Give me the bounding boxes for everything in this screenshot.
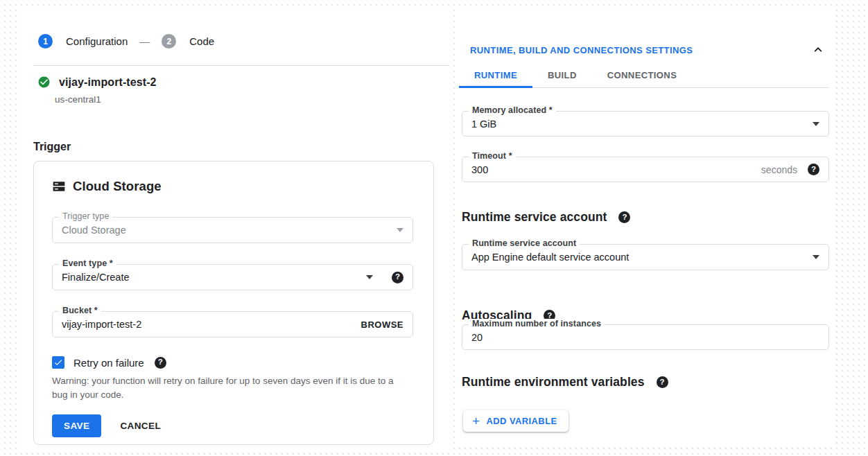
max-instances-field: Maximum number of instances <box>462 324 829 350</box>
runtime-service-account-value: App Engine default service account <box>471 252 813 263</box>
event-type-select[interactable]: Event type * Finalize/Create ? <box>52 264 413 290</box>
memory-allocated-label: Memory allocated * <box>469 105 556 115</box>
caret-down-icon <box>397 228 403 232</box>
check-circle-icon <box>37 76 51 89</box>
step-code[interactable]: 2 Code <box>162 34 214 49</box>
env-variables-heading-text: Runtime environment variables <box>462 375 645 389</box>
function-name: vijay-import-test-2 <box>59 76 157 89</box>
step-1-circle: 1 <box>38 34 53 49</box>
tab-runtime[interactable]: RUNTIME <box>459 64 532 88</box>
configuration-panel: 1 Configuration — 2 Code vijay-import-te… <box>19 7 449 453</box>
trigger-section-title: Trigger <box>33 141 71 153</box>
env-variables-heading: Runtime environment variables ? <box>462 375 668 389</box>
step-2-label: Code <box>189 35 214 47</box>
runtime-service-account-label: Runtime service account <box>469 238 580 248</box>
function-region: us-central1 <box>55 94 101 105</box>
trigger-type-value: Cloud Storage <box>62 225 397 236</box>
event-type-value: Finalize/Create <box>62 272 366 283</box>
timeout-label: Timeout * <box>469 151 516 161</box>
bucket-label: Bucket * <box>59 306 101 315</box>
step-1-label: Configuration <box>66 35 128 47</box>
bucket-field: Bucket * BROWSE <box>52 311 413 337</box>
timeout-suffix: seconds <box>761 164 797 175</box>
step-2-circle: 2 <box>162 34 176 49</box>
bucket-input[interactable] <box>62 319 361 330</box>
stepper: 1 Configuration — 2 Code <box>38 34 214 49</box>
help-icon[interactable]: ? <box>618 211 630 223</box>
help-icon[interactable]: ? <box>392 272 403 283</box>
retry-on-failure-row: Retry on failure ? <box>52 356 166 369</box>
cloud-storage-icon <box>52 179 66 193</box>
memory-allocated-value: 1 GiB <box>471 119 813 130</box>
retry-label[interactable]: Retry on failure <box>73 357 144 369</box>
caret-down-icon <box>366 275 373 279</box>
memory-allocated-select[interactable]: Memory allocated * 1 GiB <box>462 111 829 137</box>
retry-checkbox[interactable] <box>52 356 64 369</box>
settings-tabs: RUNTIME BUILD CONNECTIONS <box>459 64 829 88</box>
trigger-card-actions: SAVE CANCEL <box>52 414 161 437</box>
retry-warning-text: Warning: your function will retry on fai… <box>52 374 410 401</box>
browse-button[interactable]: BROWSE <box>361 319 404 330</box>
runtime-service-account-heading: Runtime service account ? <box>462 210 630 225</box>
cancel-button[interactable]: CANCEL <box>120 421 161 431</box>
chevron-up-icon[interactable] <box>811 43 825 59</box>
trigger-type-label: Trigger type <box>59 211 112 221</box>
header-divider <box>33 65 449 66</box>
trigger-type-select: Trigger type Cloud Storage <box>52 217 413 243</box>
runtime-service-account-heading-text: Runtime service account <box>462 210 607 225</box>
trigger-card-title: Cloud Storage <box>73 179 162 194</box>
save-button[interactable]: SAVE <box>52 414 101 437</box>
help-icon[interactable]: ? <box>155 357 166 369</box>
trigger-card-header: Cloud Storage <box>52 179 162 194</box>
trigger-card: Cloud Storage Trigger type Cloud Storage… <box>33 161 434 445</box>
caret-down-icon <box>813 122 819 126</box>
timeout-field: Timeout * seconds ? <box>462 157 829 182</box>
function-identity: vijay-import-test-2 <box>37 76 157 89</box>
tab-connections[interactable]: CONNECTIONS <box>592 64 692 88</box>
max-instances-input[interactable] <box>471 332 819 343</box>
add-variable-label: ADD VARIABLE <box>487 416 557 426</box>
edit-function-page: 1 Configuration — 2 Code vijay-import-te… <box>0 0 868 456</box>
settings-panel: RUNTIME, BUILD AND CONNECTIONS SETTINGS … <box>455 7 836 448</box>
caret-down-icon <box>813 255 819 259</box>
step-configuration[interactable]: 1 Configuration <box>38 34 128 49</box>
timeout-input[interactable] <box>471 164 761 175</box>
runtime-service-account-select[interactable]: Runtime service account App Engine defau… <box>462 244 829 270</box>
help-icon[interactable]: ? <box>657 376 668 388</box>
help-icon[interactable]: ? <box>808 164 819 175</box>
tab-build[interactable]: BUILD <box>532 64 592 88</box>
event-type-label: Event type * <box>59 258 116 268</box>
step-separator: — <box>139 35 150 47</box>
settings-expander-header[interactable]: RUNTIME, BUILD AND CONNECTIONS SETTINGS <box>470 45 693 55</box>
max-instances-label: Maximum number of instances <box>469 319 605 328</box>
plus-icon: + <box>472 414 480 428</box>
add-variable-button[interactable]: + ADD VARIABLE <box>463 410 568 432</box>
